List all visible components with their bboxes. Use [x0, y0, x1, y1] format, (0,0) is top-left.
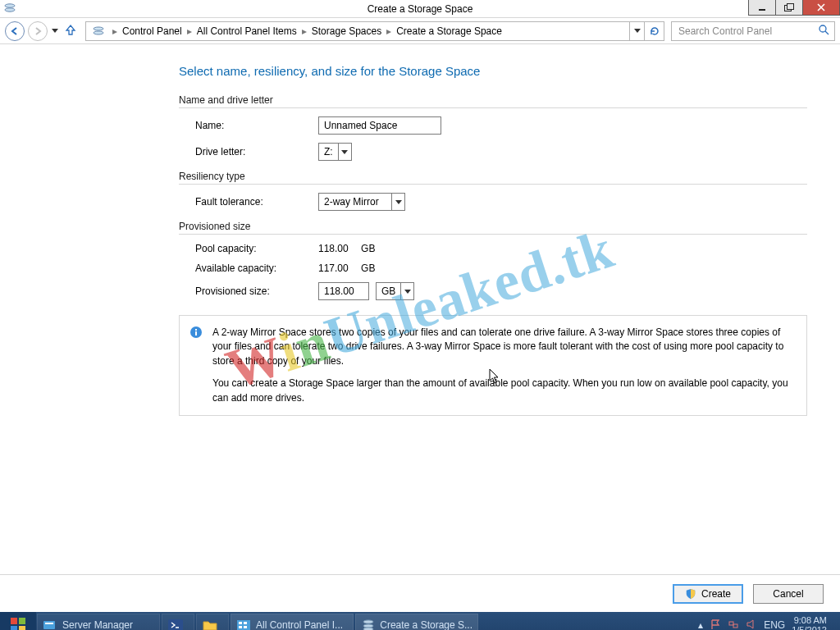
drive-letter-label: Drive letter: — [179, 146, 318, 158]
history-dropdown[interactable] — [51, 21, 59, 41]
page-title: Select name, resiliency, and size for th… — [179, 64, 807, 78]
server-icon — [43, 619, 57, 630]
start-button[interactable] — [0, 612, 36, 630]
disk-stack-icon — [361, 619, 375, 630]
search-icon[interactable] — [818, 24, 829, 38]
provisioned-size-input[interactable] — [318, 282, 369, 300]
info-text-2: You can create a Storage Space larger th… — [212, 377, 795, 405]
chevron-down-icon[interactable] — [391, 194, 404, 210]
svg-rect-14 — [11, 626, 17, 630]
minimize-button[interactable] — [748, 0, 776, 16]
chevron-right-icon[interactable]: ▸ — [385, 25, 393, 37]
tray-network-icon[interactable] — [728, 619, 739, 631]
chevron-right-icon[interactable]: ▸ — [300, 25, 308, 37]
taskbar-item-server-manager[interactable]: Server Manager — [37, 614, 160, 630]
svg-rect-22 — [239, 626, 242, 628]
taskbar-item-label: Create a Storage S... — [380, 619, 472, 630]
drive-letter-select[interactable]: Z: — [318, 143, 352, 161]
svg-line-8 — [825, 31, 829, 34]
available-capacity-unit: GB — [361, 262, 375, 274]
svg-rect-17 — [45, 623, 53, 624]
breadcrumb-item[interactable]: Create a Storage Space — [393, 22, 505, 40]
search-input[interactable] — [677, 25, 818, 38]
tray-clock[interactable]: 9:08 AM 1/5/2012 — [792, 615, 833, 630]
tray-lang[interactable]: ENG — [764, 619, 785, 630]
refresh-button[interactable] — [644, 22, 664, 40]
cancel-button[interactable]: Cancel — [753, 584, 824, 604]
tray-time: 9:08 AM — [792, 615, 827, 625]
breadcrumb-item[interactable]: Control Panel — [119, 22, 185, 40]
tray-date: 1/5/2012 — [792, 625, 827, 630]
provisioned-size-unit-select[interactable]: GB — [376, 282, 414, 300]
navbar: ▸ Control Panel ▸ All Control Panel Item… — [0, 18, 840, 44]
titlebar: Create a Storage Space — [0, 0, 840, 18]
disk-icon — [86, 25, 111, 37]
search-box[interactable] — [671, 21, 835, 41]
back-button[interactable] — [5, 21, 25, 41]
tray-flag-icon[interactable] — [710, 619, 721, 631]
breadcrumb-item[interactable]: All Control Panel Items — [194, 22, 300, 40]
svg-rect-21 — [244, 622, 247, 624]
app-icon — [3, 2, 16, 16]
svg-rect-12 — [11, 618, 17, 624]
breadcrumb-item[interactable]: Storage Spaces — [308, 22, 385, 40]
provisioned-size-label: Provisioned size: — [179, 285, 318, 297]
chevron-right-icon[interactable]: ▸ — [185, 25, 194, 37]
fault-tolerance-value: 2-way Mirror — [319, 196, 391, 208]
maximize-button[interactable] — [775, 0, 803, 16]
section-resiliency: Resiliency type — [179, 171, 807, 185]
pool-capacity-label: Pool capacity: — [179, 243, 318, 254]
svg-rect-11 — [195, 329, 197, 331]
pool-capacity-value: 118.00 — [318, 243, 349, 254]
svg-rect-28 — [733, 624, 737, 628]
control-panel-icon — [236, 619, 251, 630]
shield-icon — [685, 588, 696, 600]
info-panel: A 2-way Mirror Space stores two copies o… — [179, 315, 807, 416]
close-button[interactable] — [802, 0, 840, 16]
svg-point-5 — [94, 27, 103, 30]
svg-rect-18 — [168, 619, 183, 630]
tray-chevron-up-icon[interactable]: ▴ — [698, 619, 703, 630]
breadcrumb-dropdown[interactable] — [629, 22, 644, 40]
breadcrumb[interactable]: ▸ Control Panel ▸ All Control Panel Item… — [85, 21, 664, 41]
svg-rect-19 — [237, 620, 250, 630]
taskbar-item-storage-space[interactable]: Create a Storage S... — [355, 614, 478, 630]
svg-rect-10 — [195, 331, 197, 336]
create-button-label: Create — [701, 588, 731, 600]
svg-point-25 — [363, 624, 373, 628]
create-button[interactable]: Create — [673, 584, 743, 604]
svg-point-1 — [5, 8, 15, 11]
footer: Create Cancel — [0, 574, 840, 612]
taskbar-item-powershell[interactable] — [162, 614, 194, 630]
taskbar-item-control-panel[interactable]: All Control Panel I... — [231, 614, 354, 630]
chevron-right-icon[interactable]: ▸ — [111, 25, 119, 37]
name-label: Name: — [179, 120, 318, 131]
taskbar-item-label: Server Manager — [62, 619, 133, 630]
chevron-down-icon[interactable] — [400, 283, 413, 299]
svg-point-0 — [5, 4, 15, 7]
fault-tolerance-select[interactable]: 2-way Mirror — [318, 193, 405, 211]
info-text-1: A 2-way Mirror Space stores two copies o… — [212, 326, 795, 368]
name-input[interactable] — [318, 116, 441, 135]
fault-tolerance-label: Fault tolerance: — [179, 196, 318, 208]
window-title: Create a Storage Space — [368, 3, 473, 15]
folder-icon — [202, 619, 218, 630]
available-capacity-value: 117.00 — [318, 262, 349, 274]
svg-rect-15 — [19, 626, 25, 630]
taskbar-item-label: All Control Panel I... — [256, 619, 343, 630]
svg-point-6 — [94, 31, 103, 34]
available-capacity-label: Available capacity: — [179, 262, 318, 274]
section-provisioned: Provisioned size — [179, 221, 807, 235]
tray-volume-icon[interactable] — [746, 619, 757, 631]
taskbar-item-explorer[interactable] — [196, 614, 229, 630]
svg-rect-13 — [19, 618, 25, 624]
svg-rect-27 — [729, 622, 733, 625]
svg-point-24 — [363, 620, 373, 623]
system-tray: ▴ ENG 9:08 AM 1/5/2012 — [692, 612, 840, 630]
chevron-down-icon[interactable] — [338, 144, 351, 160]
drive-letter-value: Z: — [319, 146, 338, 158]
up-button[interactable] — [62, 24, 79, 38]
cancel-button-label: Cancel — [773, 588, 803, 600]
taskbar: Server Manager All Control Panel I... Cr… — [0, 612, 840, 630]
forward-button[interactable] — [28, 21, 48, 41]
